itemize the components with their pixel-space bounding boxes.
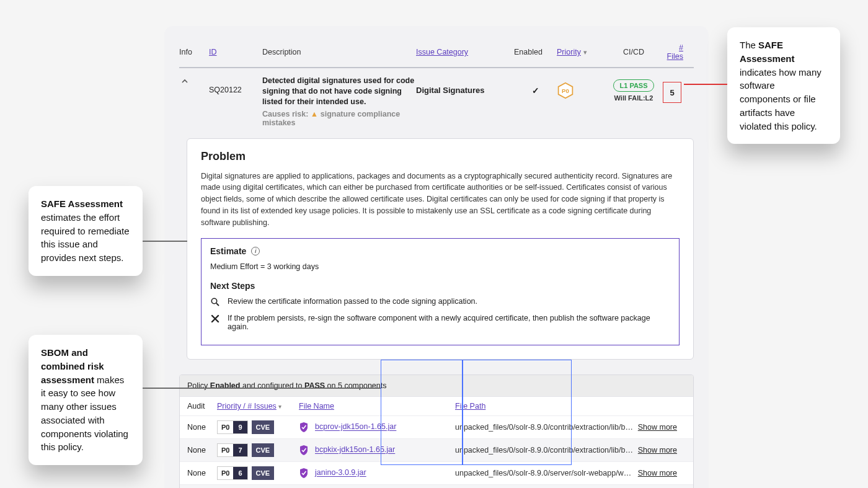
th-file-path[interactable]: File Path bbox=[455, 402, 485, 410]
th-issue-category[interactable]: Issue Category bbox=[416, 48, 468, 56]
cicd-fail-text: Will FAIL:L2 bbox=[606, 94, 661, 102]
problem-body: Digital signatures are applied to applic… bbox=[201, 171, 680, 229]
component-row: NoneP07CVEbcpkix-jdk15on-1.65.jarunpacke… bbox=[180, 438, 693, 461]
callout-lead-line bbox=[143, 241, 187, 242]
component-row: NoneP06bcmail-jdk15on-1.65.jarunpacked_f… bbox=[180, 484, 693, 488]
th-info: Info bbox=[179, 48, 209, 56]
component-row: NoneP09CVEbcprov-jdk15on-1.65.jarunpacke… bbox=[180, 415, 693, 438]
cve-badge: CVE bbox=[252, 466, 275, 480]
shield-icon bbox=[299, 422, 309, 433]
file-path: unpacked_files/0/solr-8.9.0/server/solr-… bbox=[455, 469, 634, 477]
shield-icon bbox=[299, 445, 309, 456]
next-step-1: Review the certificate information passe… bbox=[228, 297, 477, 306]
chevron-down-icon: ▾ bbox=[278, 403, 281, 410]
th-file-name[interactable]: File Name bbox=[299, 402, 334, 410]
th-priority-issues[interactable]: Priority / # Issues bbox=[217, 402, 277, 410]
files-count-box[interactable]: 5 bbox=[663, 82, 681, 103]
callout-lead-line bbox=[143, 388, 381, 389]
policy-id: SQ20122 bbox=[209, 76, 262, 94]
cicd-pass-pill: L1 PASS bbox=[613, 79, 653, 92]
policy-row: SQ20122 Detected digital signatures used… bbox=[179, 68, 694, 136]
th-enabled: Enabled bbox=[514, 48, 557, 56]
show-more-link[interactable]: Show more bbox=[638, 446, 677, 455]
file-name-link[interactable]: bcpkix-jdk15on-1.65.jar bbox=[315, 446, 395, 455]
file-path: unpacked_files/0/solr-8.9.0/contrib/extr… bbox=[455, 423, 634, 432]
file-name-link[interactable]: bcprov-jdk15on-1.65.jar bbox=[315, 423, 396, 432]
next-step-2: If the problem persists, re-sign the sof… bbox=[228, 314, 670, 331]
row-collapse-toggle[interactable] bbox=[179, 76, 190, 87]
warning-icon: ▲ bbox=[311, 110, 318, 118]
callout-estimate: SAFE Assessment estimates the effort req… bbox=[29, 186, 143, 276]
priority-badge: P09 bbox=[217, 420, 248, 434]
svg-text:P0: P0 bbox=[562, 87, 569, 94]
callout-sbom: SBOM and combined risk assessment makes … bbox=[29, 335, 143, 465]
policy-description: Detected digital signatures used for cod… bbox=[262, 76, 416, 107]
enabled-check-icon: ✓ bbox=[514, 76, 557, 95]
components-summary: Policy Enabled and configured to PASS on… bbox=[180, 375, 693, 396]
svg-point-2 bbox=[211, 299, 216, 304]
callout-lead-line bbox=[684, 84, 727, 85]
file-name-link[interactable]: janino-3.0.9.jar bbox=[315, 469, 366, 477]
th-audit: Audit bbox=[187, 402, 217, 410]
tools-icon bbox=[210, 314, 220, 326]
next-steps-title: Next Steps bbox=[210, 281, 670, 291]
search-icon bbox=[210, 297, 220, 309]
audit-value: None bbox=[187, 469, 217, 477]
problem-title: Problem bbox=[201, 150, 680, 163]
callout-files: The SAFE Assessment indicates how many s… bbox=[727, 27, 840, 144]
th-id[interactable]: ID bbox=[209, 48, 217, 56]
chevron-down-icon: ▾ bbox=[583, 48, 587, 56]
estimate-box: Estimate i Medium Effort = 3 working day… bbox=[201, 238, 680, 345]
assessment-panel: Info ID Description Issue Category Enabl… bbox=[164, 26, 709, 488]
show-more-link[interactable]: Show more bbox=[638, 423, 677, 432]
show-more-link[interactable]: Show more bbox=[638, 469, 677, 477]
svg-line-3 bbox=[216, 303, 219, 306]
cve-badge: CVE bbox=[252, 443, 275, 457]
th-cicd: CI/CD bbox=[606, 48, 661, 56]
th-priority[interactable]: Priority bbox=[557, 48, 581, 56]
issue-category-value: Digital Signatures bbox=[416, 76, 514, 95]
info-icon[interactable]: i bbox=[251, 247, 260, 255]
th-description: Description bbox=[262, 48, 416, 56]
priority-badge: P07 bbox=[217, 443, 248, 457]
policy-causes: Causes risk: ▲ signature compliance mist… bbox=[262, 110, 416, 127]
priority-p0-badge: P0 bbox=[557, 82, 574, 99]
estimate-title: Estimate bbox=[210, 246, 246, 256]
th-files[interactable]: # Files bbox=[667, 43, 683, 61]
audit-value: None bbox=[187, 423, 217, 432]
component-row: NoneP06CVEjanino-3.0.9.jarunpacked_files… bbox=[180, 461, 693, 484]
file-path: unpacked_files/0/solr-8.9.0/contrib/extr… bbox=[455, 446, 634, 455]
shield-icon bbox=[299, 468, 309, 479]
table-header: Info ID Description Issue Category Enabl… bbox=[179, 40, 694, 68]
components-card: Policy Enabled and configured to PASS on… bbox=[179, 375, 694, 488]
audit-value: None bbox=[187, 446, 217, 455]
estimate-value: Medium Effort = 3 working days bbox=[210, 262, 670, 271]
problem-card: Problem Digital signatures are applied t… bbox=[187, 138, 694, 360]
components-header: Audit Priority / # Issues ▾ File Name Fi… bbox=[180, 396, 693, 415]
cve-badge: CVE bbox=[252, 420, 275, 434]
priority-badge: P06 bbox=[217, 466, 248, 480]
